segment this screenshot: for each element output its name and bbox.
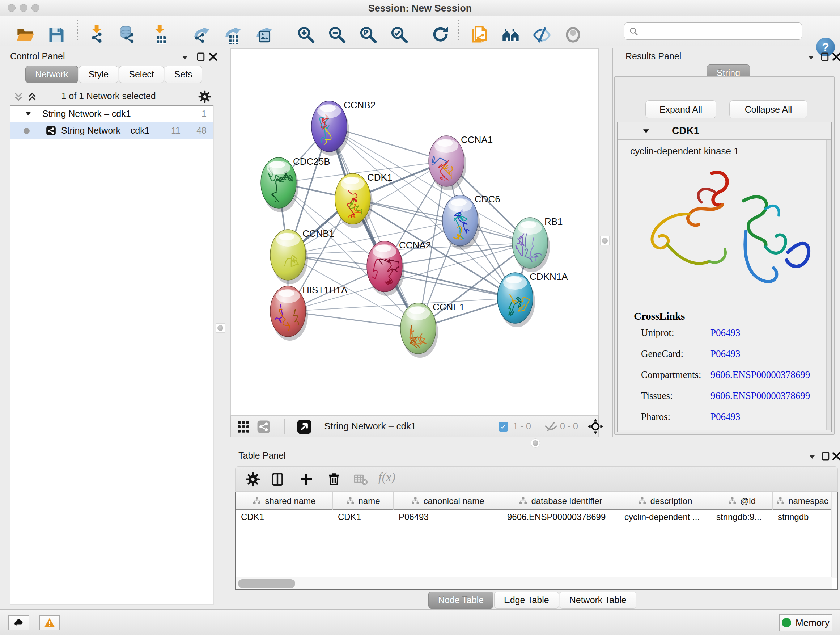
share-view-icon[interactable] <box>257 420 271 434</box>
gear-icon[interactable] <box>246 472 260 486</box>
table-cell[interactable]: cyclin-dependent ... <box>619 510 711 525</box>
panel-close-icon[interactable] <box>208 51 218 62</box>
selected-checkbox-icon[interactable]: ✓ <box>499 422 508 432</box>
birdseye-view-icon[interactable] <box>297 419 312 434</box>
function-builder-icon[interactable]: f(x) <box>378 470 395 484</box>
left-splitter-handle[interactable] <box>216 323 225 333</box>
column-header--id[interactable]: @id <box>711 492 773 510</box>
tab-edge-table[interactable]: Edge Table <box>494 592 559 608</box>
split-columns-icon[interactable] <box>270 472 285 486</box>
protein-section-header[interactable]: CDK1 <box>617 122 831 140</box>
grid-view-icon[interactable] <box>237 420 250 434</box>
search-input[interactable] <box>642 24 797 38</box>
table-cell[interactable]: CDK1 <box>236 510 333 525</box>
expand-all-button[interactable]: Expand All <box>645 100 716 119</box>
crosslink-link[interactable]: P06493 <box>711 327 741 339</box>
refresh-icon[interactable] <box>431 25 450 44</box>
export-network-icon[interactable] <box>192 25 210 44</box>
clear-table-icon[interactable] <box>354 472 368 486</box>
hide-details-icon[interactable] <box>532 25 551 44</box>
table-vertical-scrollbar[interactable] <box>831 492 837 578</box>
import-network-icon[interactable] <box>87 25 106 44</box>
hidden-eye-icon[interactable] <box>544 420 558 434</box>
crosslink-link[interactable]: P06493 <box>711 411 741 423</box>
horizontal-splitter[interactable] <box>231 437 840 449</box>
table-horizontal-scrollbar[interactable] <box>236 577 832 589</box>
table-row[interactable]: CDK1CDK1P064939606.ENSP00000378699cyclin… <box>236 510 837 525</box>
network-node-cdc6[interactable]: CDC6 <box>442 194 500 250</box>
tab-style[interactable]: Style <box>79 66 118 83</box>
panel-close-icon[interactable] <box>831 51 840 62</box>
panel-close-icon[interactable] <box>831 451 840 462</box>
tab-select[interactable]: Select <box>119 66 164 83</box>
crosshair-icon[interactable] <box>587 418 603 434</box>
network-canvas[interactable]: CCNB2CCNA1CDC25BCDK1CDC6RB1CCNB1CCNA2CDK… <box>231 48 599 415</box>
share-document-icon[interactable] <box>470 25 489 44</box>
tab-node-table[interactable]: Node Table <box>428 592 493 608</box>
show-details-icon[interactable] <box>564 25 583 44</box>
cloud-button[interactable] <box>8 615 29 630</box>
network-node-cdk1[interactable]: CDK1 <box>335 172 392 231</box>
node-label-ccna1: CCNA1 <box>461 134 493 145</box>
tab-network-table[interactable]: Network Table <box>560 592 636 608</box>
zoom-out-icon[interactable] <box>328 25 347 44</box>
column-header-namespac[interactable]: namespac <box>773 492 832 510</box>
import-table-icon[interactable] <box>149 25 168 44</box>
network-edge-ccnb2-ccne1[interactable] <box>329 126 418 328</box>
warning-button[interactable] <box>39 615 60 630</box>
tab-sets[interactable]: Sets <box>164 66 202 83</box>
panel-menu-caret-icon[interactable] <box>806 52 816 63</box>
network-collection-row[interactable]: String Network – cdk1 1 <box>11 106 213 122</box>
scrollbar-thumb[interactable] <box>238 579 295 588</box>
panel-float-icon[interactable] <box>195 51 206 62</box>
network-node-ccne1[interactable]: CCNE1 <box>401 302 464 360</box>
zoom-in-icon[interactable] <box>297 25 316 44</box>
horizontal-splitter-handle[interactable] <box>531 439 540 448</box>
column-header-name[interactable]: name <box>333 492 393 510</box>
search-box[interactable] <box>624 22 802 40</box>
export-table-icon[interactable] <box>223 25 242 44</box>
panel-float-icon[interactable] <box>820 451 831 462</box>
save-session-icon[interactable] <box>47 25 66 44</box>
import-database-icon[interactable] <box>118 25 137 44</box>
tree-expand-caret-icon[interactable] <box>24 111 32 118</box>
table-cell[interactable]: P06493 <box>393 510 502 525</box>
network-node-rb1[interactable]: RB1 <box>512 216 563 274</box>
collapse-all-button[interactable]: Collapse All <box>729 100 807 119</box>
crosslink-link[interactable]: P06493 <box>711 348 741 359</box>
export-image-icon[interactable] <box>254 25 273 44</box>
network-node-ccnb2[interactable]: CCNB2 <box>311 100 376 160</box>
table-cell[interactable]: stringdb:9... <box>711 510 773 525</box>
panel-menu-caret-icon[interactable] <box>807 451 818 462</box>
network-row[interactable]: String Network – cdk1 11 48 <box>11 122 213 139</box>
delete-column-icon[interactable] <box>327 472 341 486</box>
column-header-canonical-name[interactable]: canonical name <box>393 492 502 510</box>
crosslink-link[interactable]: 9606.ENSP00000378699 <box>711 390 810 402</box>
open-session-icon[interactable] <box>16 25 35 44</box>
zoom-fit-icon[interactable] <box>359 25 378 44</box>
home-icon[interactable] <box>501 25 520 44</box>
results-scrollbar[interactable] <box>826 140 831 430</box>
crosslink-link[interactable]: 9606.ENSP00000378699 <box>711 369 810 380</box>
column-header-description[interactable]: description <box>619 492 711 510</box>
panel-menu-caret-icon[interactable] <box>180 52 190 63</box>
zoom-selected-icon[interactable] <box>390 25 409 44</box>
column-header-shared-name[interactable]: shared name <box>236 492 333 510</box>
add-column-icon[interactable] <box>299 472 314 486</box>
network-node-cdc25b[interactable]: CDC25B <box>261 156 330 212</box>
tab-network[interactable]: Network <box>25 66 78 83</box>
table-cell[interactable]: CDK1 <box>333 510 393 525</box>
network-node-ccna2[interactable]: CCNA2 <box>365 240 431 296</box>
gear-icon[interactable] <box>198 90 211 103</box>
network-node-hist1h1a[interactable]: HIST1H1A <box>269 285 347 347</box>
table-cell[interactable]: stringdb <box>773 510 832 525</box>
table-cell[interactable]: 9606.ENSP00000378699 <box>502 510 619 525</box>
memory-button[interactable]: Memory <box>779 614 832 631</box>
section-collapse-caret-icon[interactable] <box>642 128 650 134</box>
network-edge-count: 48 <box>186 125 207 136</box>
panel-float-icon[interactable] <box>819 51 830 62</box>
network-node-cdkn1a[interactable]: CDKN1A <box>497 271 568 333</box>
column-header-database-identifier[interactable]: database identifier <box>502 492 619 510</box>
network-state-dot-icon <box>24 128 30 134</box>
right-splitter-handle[interactable] <box>600 236 609 245</box>
